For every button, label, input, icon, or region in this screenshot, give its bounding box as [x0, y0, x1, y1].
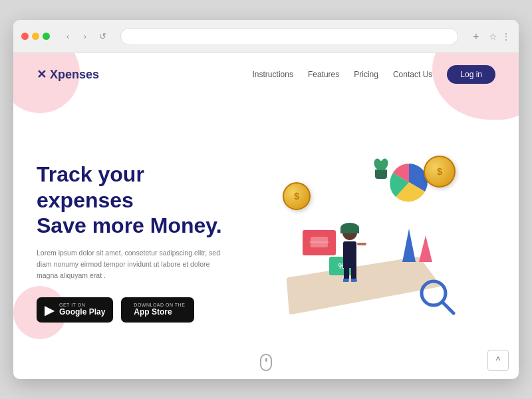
- nav-links: Instructions Features Pricing Contact Us…: [253, 65, 495, 84]
- character-head: [342, 225, 357, 240]
- menu-icon[interactable]: ⋮: [501, 31, 511, 42]
- character-shoe-left: [343, 279, 349, 282]
- arrow-up-blue: [402, 229, 416, 262]
- browser-window: ‹ › ↺ + ☆ ⋮ ✕ Xpenses Instructions Featu…: [13, 20, 519, 379]
- google-play-label: Google Play: [59, 307, 105, 317]
- hero-title-line1: Track your expenses: [37, 162, 144, 211]
- iso-floor: [287, 257, 442, 315]
- app-store-label-top: Download on the: [134, 303, 185, 307]
- pie-chart: [389, 162, 429, 202]
- app-store-label: App Store: [134, 307, 185, 317]
- close-button[interactable]: [21, 33, 29, 40]
- nav-contact[interactable]: Contact Us: [393, 70, 432, 79]
- traffic-lights: [21, 33, 50, 40]
- hero-title-line2: Save more Money.: [37, 213, 222, 237]
- browser-chrome: ‹ › ↺ + ☆ ⋮: [13, 20, 519, 53]
- logo: ✕ Xpenses: [37, 67, 99, 82]
- back-button[interactable]: ‹: [61, 29, 75, 44]
- iso-scene: %: [269, 149, 469, 335]
- back-to-top-button[interactable]: ^: [487, 350, 509, 371]
- scroll-mouse-icon: [260, 354, 272, 371]
- character-shoe-right: [351, 279, 357, 282]
- monitor-icon: [309, 235, 329, 250]
- magnifier-svg: [419, 279, 456, 315]
- logo-icon: ✕: [37, 67, 47, 82]
- navbar: ✕ Xpenses Instructions Features Pricing …: [13, 53, 519, 96]
- scroll-indicator: [260, 354, 272, 371]
- new-tab-button[interactable]: +: [469, 29, 483, 44]
- arrow-up-pink: [419, 235, 432, 262]
- website-content: ✕ Xpenses Instructions Features Pricing …: [13, 53, 519, 379]
- character-arm: [357, 243, 366, 245]
- coin-left: $: [283, 182, 311, 210]
- hero-description: Lorem ipsum dolor sit amet, consetetur s…: [37, 247, 223, 281]
- character-leg-left: [344, 268, 349, 279]
- browser-nav: ‹ › ↺: [61, 29, 110, 44]
- character-leg-right: [351, 268, 356, 279]
- bookmark-icon[interactable]: ☆: [489, 31, 497, 42]
- monitor-box: [303, 230, 336, 255]
- plant-pot: [375, 170, 387, 179]
- nav-instructions[interactable]: Instructions: [253, 70, 293, 79]
- pie-chart-svg: [389, 162, 429, 202]
- logo-text: Xpenses: [50, 68, 99, 82]
- character-legs: [344, 268, 356, 279]
- address-bar[interactable]: [120, 28, 458, 45]
- app-store-text: Download on the App Store: [134, 303, 185, 317]
- forward-button[interactable]: ›: [78, 29, 92, 44]
- nav-pricing[interactable]: Pricing: [354, 70, 378, 79]
- minimize-button[interactable]: [32, 33, 39, 40]
- scroll-dot: [265, 358, 267, 362]
- hero-content: Track your expenses Save more Money. Lor…: [37, 162, 243, 323]
- hero-illustration: %: [243, 136, 496, 348]
- character-shoes: [343, 279, 357, 282]
- store-buttons: ▶ GET IT ON Google Play Download on the …: [37, 297, 243, 323]
- magnifier: [419, 279, 456, 315]
- maximize-button[interactable]: [43, 33, 50, 40]
- coin-symbol-right: $: [437, 166, 442, 177]
- google-play-icon: ▶: [45, 302, 55, 318]
- character-body: [343, 241, 356, 268]
- google-play-text: GET IT ON Google Play: [59, 303, 105, 317]
- login-button[interactable]: Log in: [447, 65, 495, 84]
- hero-section: Track your expenses Save more Money. Lor…: [13, 96, 519, 375]
- browser-actions: ☆ ⋮: [489, 31, 511, 42]
- google-play-button[interactable]: ▶ GET IT ON Google Play: [37, 297, 113, 323]
- plant: [373, 159, 389, 179]
- character-hair: [340, 223, 359, 233]
- coin-symbol-left: $: [294, 191, 299, 201]
- svg-line-4: [442, 302, 454, 313]
- refresh-button[interactable]: ↺: [95, 29, 110, 44]
- character: [342, 225, 357, 282]
- coin-right: $: [424, 156, 456, 188]
- hero-title: Track your expenses Save more Money.: [37, 162, 243, 238]
- app-store-button[interactable]: Download on the App Store: [121, 297, 194, 323]
- google-play-label-top: GET IT ON: [59, 303, 105, 307]
- nav-features[interactable]: Features: [308, 70, 339, 79]
